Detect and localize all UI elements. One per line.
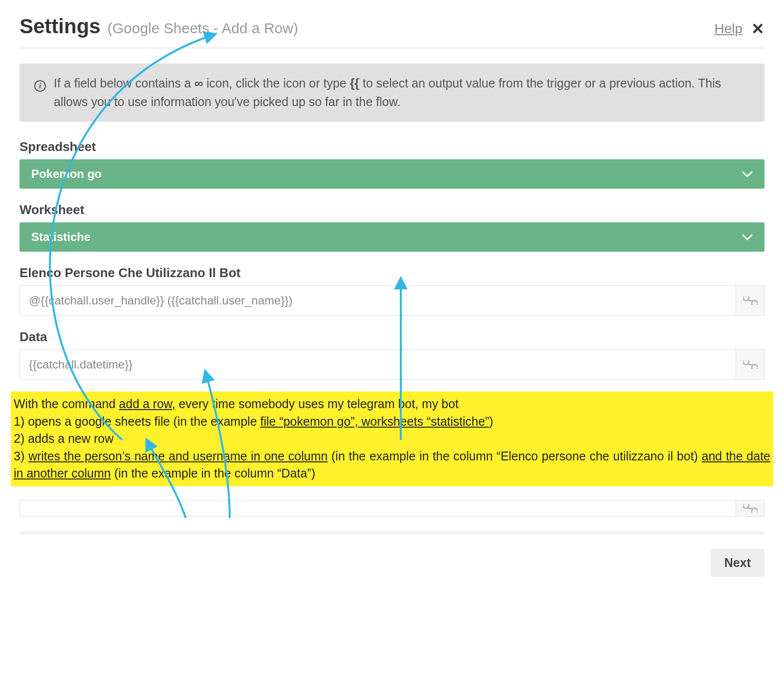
worksheet-label: Worksheet — [20, 202, 764, 217]
insert-token-button[interactable] — [736, 286, 764, 315]
page-title: Settings — [20, 15, 101, 38]
worksheet-select[interactable]: Statistiche — [20, 222, 764, 252]
info-text: If a field below contains a ∞ icon, clic… — [54, 74, 750, 111]
worksheet-value: Statistiche — [31, 230, 90, 244]
column3-input-row — [20, 500, 764, 517]
column1-label: Elenco Persone Che Utilizzano Il Bot — [20, 265, 764, 281]
column3-input[interactable] — [20, 500, 736, 516]
link-inline-icon: ∞ — [195, 76, 203, 90]
insert-token-button[interactable] — [736, 500, 764, 516]
annotation-box: With the command add a row, every time s… — [11, 391, 773, 486]
info-icon: i — [34, 80, 46, 92]
spreadsheet-label: Spreadsheet — [20, 139, 764, 154]
help-link[interactable]: Help — [714, 21, 742, 37]
column2-label: Data — [20, 329, 764, 345]
divider — [20, 531, 764, 534]
column1-input-row: @{{catchall.user_handle}} ({{catchall.us… — [20, 285, 764, 316]
insert-token-button[interactable] — [736, 350, 764, 379]
chevron-down-icon — [742, 230, 753, 244]
close-icon[interactable]: ✕ — [751, 21, 764, 37]
spreadsheet-select[interactable]: Pokemon go — [20, 159, 764, 189]
chevron-down-icon — [742, 167, 753, 181]
spreadsheet-value: Pokemon go — [31, 167, 102, 181]
column2-input[interactable]: {{catchall.datetime}} — [20, 350, 736, 379]
header: Settings (Google Sheets - Add a Row) Hel… — [20, 15, 764, 38]
divider — [20, 47, 764, 49]
column2-input-row: {{catchall.datetime}} — [20, 349, 764, 380]
column1-input[interactable]: @{{catchall.user_handle}} ({{catchall.us… — [20, 286, 736, 315]
page-subtitle: (Google Sheets - Add a Row) — [108, 20, 298, 37]
next-button[interactable]: Next — [711, 549, 764, 577]
info-banner: i If a field below contains a ∞ icon, cl… — [20, 64, 764, 122]
